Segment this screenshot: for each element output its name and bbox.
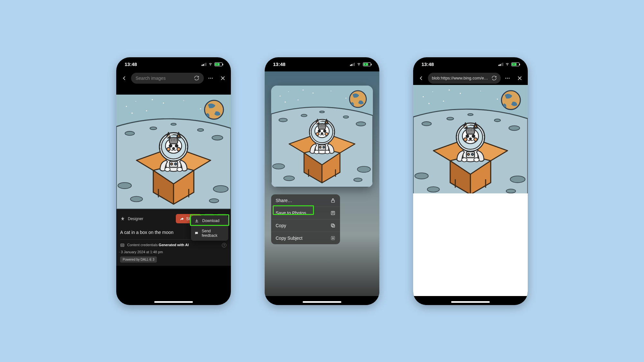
svg-point-48: [507, 78, 508, 79]
browser-toolbar: Search images: [116, 71, 231, 85]
svg-point-47: [505, 78, 506, 79]
page-background: [413, 193, 528, 296]
more-button[interactable]: [502, 73, 513, 84]
designer-label[interactable]: Designer: [120, 216, 143, 221]
svg-point-34: [212, 78, 213, 79]
battery-icon: [511, 62, 519, 66]
context-menu: Share… Save to Photos Copy Copy Subject: [271, 194, 340, 244]
info-icon[interactable]: ?: [222, 243, 226, 247]
battery-icon: [363, 62, 371, 66]
search-input[interactable]: Search images: [131, 73, 204, 84]
browser-toolbar: blob:https://www.bing.com/e…: [413, 71, 528, 85]
reload-icon[interactable]: [491, 75, 497, 81]
status-indicators: [350, 61, 371, 67]
close-button[interactable]: [514, 73, 525, 84]
phone-screenshot-3: 13:48 blob:https://www.bing.com/e…: [413, 57, 528, 305]
battery-icon: [214, 62, 223, 66]
more-button[interactable]: [205, 73, 216, 84]
reload-icon[interactable]: [194, 75, 199, 81]
phone-screenshot-1: 13:48 Search images Designer: [116, 57, 231, 305]
highlight-save-photos: [273, 205, 314, 215]
content-credentials[interactable]: Content credentials Generated with AI · …: [120, 243, 227, 254]
status-bar: 13:48: [116, 57, 231, 71]
svg-point-40: [121, 245, 122, 245]
menu-share[interactable]: Share…: [271, 194, 340, 207]
cellular-icon: [202, 63, 206, 66]
share-icon: [180, 217, 184, 221]
cellular-icon: [350, 63, 355, 66]
svg-rect-45: [331, 236, 335, 240]
menu-copy[interactable]: Copy: [271, 219, 340, 232]
svg-point-33: [210, 78, 211, 79]
home-indicator[interactable]: [451, 301, 490, 303]
status-time: 13:48: [125, 61, 137, 67]
close-button[interactable]: [217, 73, 228, 84]
back-button[interactable]: [119, 73, 130, 84]
home-indicator[interactable]: [303, 301, 341, 303]
status-indicators: [202, 61, 223, 67]
wifi-icon: [208, 61, 213, 67]
search-placeholder: Search images: [136, 76, 166, 81]
svg-rect-44: [331, 224, 334, 226]
status-bar: 13:48: [413, 57, 528, 71]
copy-icon: [330, 223, 336, 228]
menu-copy-subject[interactable]: Copy Subject: [271, 232, 340, 244]
opened-image[interactable]: [413, 85, 528, 200]
save-photos-icon: [330, 210, 336, 216]
dalle-badge: Powered by DALL·E 3: [120, 256, 157, 263]
image-preview[interactable]: [271, 86, 373, 187]
phone-screenshot-2: 13:48 Share… Save to Photos Copy Copy Su…: [265, 57, 379, 305]
wifi-icon: [356, 61, 361, 67]
status-bar: 13:48: [265, 57, 379, 71]
generated-image[interactable]: [116, 85, 231, 209]
cellular-icon: [498, 63, 503, 66]
back-button[interactable]: [416, 73, 427, 84]
home-indicator[interactable]: [154, 301, 193, 303]
copy-subject-icon: [330, 236, 336, 241]
url-text: blob:https://www.bing.com/e…: [432, 76, 489, 80]
designer-icon: [120, 216, 125, 221]
highlight-download: [190, 214, 229, 226]
svg-rect-43: [332, 225, 335, 227]
share-icon: [330, 198, 336, 203]
feedback-item[interactable]: Send feedback: [191, 226, 228, 241]
feedback-icon: [194, 231, 199, 236]
svg-point-32: [208, 78, 209, 79]
svg-point-46: [332, 237, 334, 239]
credentials-icon: [120, 243, 125, 247]
svg-point-49: [509, 78, 510, 79]
status-time: 13:48: [273, 61, 285, 67]
url-bar[interactable]: blob:https://www.bing.com/e…: [428, 73, 501, 84]
status-time: 13:48: [421, 61, 434, 67]
wifi-icon: [505, 61, 510, 67]
status-indicators: [498, 61, 519, 67]
